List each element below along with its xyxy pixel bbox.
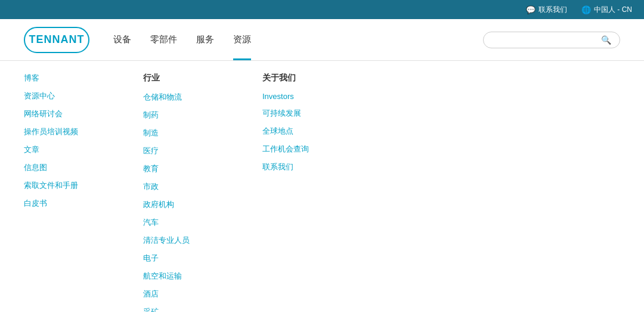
link-education[interactable]: 教育 (143, 163, 239, 174)
link-medical[interactable]: 医疗 (143, 146, 239, 156)
link-aviation[interactable]: 航空和运输 (143, 271, 239, 282)
search-icon[interactable]: 🔍 (601, 35, 611, 45)
main-nav: 设备 零部件 服务 资源 (113, 29, 483, 50)
logo-text: TENNANT (29, 33, 85, 46)
globe-icon: 🌐 (581, 5, 591, 14)
dropdown-col-resources: 博客 资源中心 网络研讨会 操作员培训视频 文章 信息图 索取文件和手册 白皮书 (24, 73, 143, 312)
nav-parts[interactable]: 零部件 (150, 29, 177, 50)
link-cleaning-pros[interactable]: 清洁专业人员 (143, 235, 239, 246)
nav-service[interactable]: 服务 (196, 29, 214, 50)
link-operator-training[interactable]: 操作员培训视频 (24, 126, 119, 137)
top-bar: 💬 联系我们 🌐 中国人 - CN (0, 0, 644, 19)
link-sustainability[interactable]: 可持续发展 (262, 108, 358, 119)
link-resource-center[interactable]: 资源中心 (24, 91, 119, 101)
nav-equipment[interactable]: 设备 (113, 29, 131, 50)
nav-resources[interactable]: 资源 (233, 29, 251, 50)
dropdown-menu: 博客 资源中心 网络研讨会 操作员培训视频 文章 信息图 索取文件和手册 白皮书… (0, 61, 644, 312)
link-whitepaper[interactable]: 白皮书 (24, 198, 119, 209)
col2-header: 行业 (143, 73, 239, 84)
link-investors[interactable]: Investors (262, 92, 358, 101)
link-blog[interactable]: 博客 (24, 73, 119, 84)
link-careers[interactable]: 工作机会查询 (262, 144, 358, 155)
link-global-locations[interactable]: 全球地点 (262, 126, 358, 137)
col3-header: 关于我们 (262, 73, 358, 84)
link-electronics[interactable]: 电子 (143, 253, 239, 264)
link-auto[interactable]: 汽车 (143, 217, 239, 228)
link-contact[interactable]: 联系我们 (262, 162, 358, 172)
link-hotel[interactable]: 酒店 (143, 289, 239, 299)
language-selector[interactable]: 🌐 中国人 - CN (581, 5, 632, 15)
link-pharma[interactable]: 制药 (143, 110, 239, 121)
link-webinar[interactable]: 网络研讨会 (24, 109, 119, 119)
dropdown-col-about: 关于我们 Investors 可持续发展 全球地点 工作机会查询 联系我们 (262, 73, 382, 312)
chat-icon: 💬 (526, 5, 535, 14)
search-bar: 🔍 (483, 32, 620, 48)
link-infographic[interactable]: 信息图 (24, 162, 119, 173)
contact-us-link[interactable]: 💬 联系我们 (526, 5, 567, 15)
link-manufacturing[interactable]: 制造 (143, 128, 239, 138)
link-documents[interactable]: 索取文件和手册 (24, 180, 119, 191)
link-government[interactable]: 政府机构 (143, 199, 239, 210)
link-municipal[interactable]: 市政 (143, 181, 239, 192)
header: TENNANT 设备 零部件 服务 资源 🔍 (0, 19, 644, 61)
link-warehouse[interactable]: 仓储和物流 (143, 92, 239, 103)
link-mining[interactable]: 采矿 (143, 307, 239, 312)
link-articles[interactable]: 文章 (24, 144, 119, 155)
logo[interactable]: TENNANT (24, 27, 89, 53)
dropdown-col-industry: 行业 仓储和物流 制药 制造 医疗 教育 市政 政府机构 汽车 清洁专业人员 电… (143, 73, 262, 312)
search-input[interactable] (492, 35, 601, 44)
